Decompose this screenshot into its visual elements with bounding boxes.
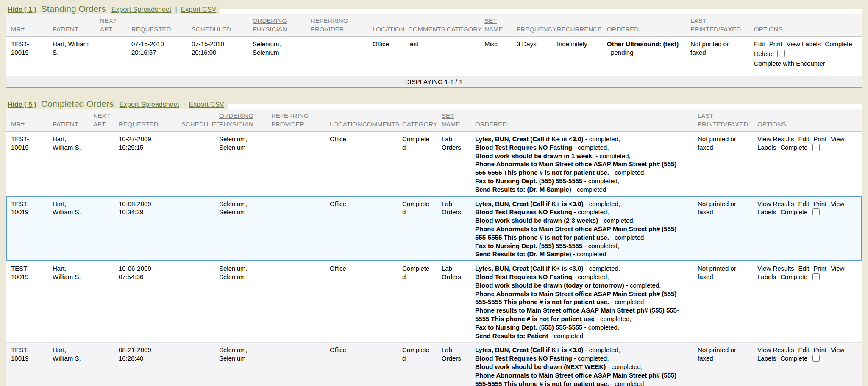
order-select-checkbox[interactable] [812, 144, 820, 151]
col-header-referring-provider: REFERRING PROVIDER [306, 14, 367, 37]
table-row-selected: TEST-10019 Hart, William S. 10-08-2009 1… [6, 196, 862, 261]
col-header-location[interactable]: LOCATION [367, 14, 403, 37]
view-results-link[interactable]: View Results [757, 346, 794, 353]
col-header-referring-provider: REFERRING PROVIDER [266, 109, 325, 132]
order-name: Blood work should be drawn (2-3 weeks) [475, 217, 598, 224]
cell-last-printed-faxed: Not printed or faxed [685, 37, 749, 76]
col-header-ordering-physician[interactable]: ORDERING PHYSICIAN [214, 109, 266, 132]
order-item: Fax to Nursing Dept. (555) 555-5555 - co… [475, 323, 688, 332]
cell-patient: Hart, William S. [47, 37, 95, 76]
order-status: - completed, [609, 298, 646, 305]
col-header-last-printed-faxed: LAST PRINTED/FAXED [685, 14, 749, 37]
cell-ordered: Other Ultrasound: (test) - pending [602, 37, 685, 76]
order-status: - completed, [572, 144, 609, 151]
standing-export-csv-link[interactable]: Export CSV [181, 6, 217, 13]
order-item: Phone Abnormals to Main Street office AS… [475, 371, 688, 386]
complete-link[interactable]: Complete [780, 208, 807, 215]
complete-link[interactable]: Complete [825, 40, 852, 48]
cell-location: Office [367, 37, 403, 76]
cell-mr: TEST-10019 [6, 343, 47, 386]
col-header-set-name[interactable]: SET NAME [437, 109, 470, 132]
col-header-location[interactable]: LOCATION [325, 109, 357, 132]
order-status: - completed [548, 332, 584, 339]
completed-export-spreadsheet-link[interactable]: Export Spreadsheet [119, 101, 179, 108]
edit-link[interactable]: Edit [754, 40, 765, 48]
standing-export-spreadsheet-link[interactable]: Export Spreadsheet [111, 6, 171, 13]
order-item: Lytes, BUN, Creat (Call if K+ is <3.0) -… [475, 200, 688, 208]
order-status: - completed [571, 250, 606, 257]
order-item: Lytes, BUN, Creat (Call if K+ is <3.0) -… [475, 264, 688, 273]
order-status: - completed, [572, 273, 609, 280]
order-name: Send Results to: Patient [475, 332, 548, 339]
view-labels-link[interactable]: View Labels [787, 40, 821, 48]
order-name: Lytes, BUN, Creat (Call if K+ is <3.0) [475, 265, 583, 272]
cell-patient: Hart, William S. [47, 196, 88, 261]
order-name: Phone results to Main Street office ASAP… [475, 307, 679, 322]
col-header-category[interactable]: CATEGORY [397, 109, 437, 132]
order-item: Blood work should be drawn (2-3 weeks) -… [475, 216, 688, 225]
completed-orders-section: Hide ( 5 ) Completed Orders Export Sprea… [6, 99, 862, 386]
complete-with-encounter-link[interactable]: Complete with Encounter [754, 60, 825, 67]
print-link[interactable]: Print [769, 40, 782, 48]
cell-set-name: Lab Orders [437, 343, 470, 386]
order-status: - completed, [583, 135, 620, 143]
cell-set-name: Lab Orders [437, 261, 470, 343]
view-results-link[interactable]: View Results [757, 200, 794, 207]
order-select-checkbox[interactable] [777, 50, 785, 57]
col-header-ordered[interactable]: ORDERED [602, 14, 685, 37]
col-header-recurrence[interactable]: RECURRENCE [552, 14, 602, 37]
col-header-requested[interactable]: REQUESTED [114, 109, 176, 132]
cell-last-printed-faxed: Not printed or faxed [693, 261, 752, 343]
completed-export-csv-link[interactable]: Export CSV [189, 101, 224, 108]
col-header-frequency[interactable]: FREQUENCY [512, 14, 552, 37]
standing-hide-link[interactable]: Hide ( 1 ) [8, 6, 36, 13]
col-header-set-name[interactable]: SET NAME [479, 14, 512, 37]
edit-link[interactable]: Edit [798, 200, 809, 207]
cell-ordering-physician: Selenium, Selenium [214, 196, 266, 261]
order-status: - completed, [582, 177, 619, 185]
print-link[interactable]: Print [813, 265, 826, 272]
col-header-next-apt: NEXT APT [88, 109, 114, 132]
completed-hide-link[interactable]: Hide ( 5 ) [8, 101, 36, 108]
col-header-ordered[interactable]: ORDERED [470, 109, 693, 132]
col-header-mr: MR# [6, 14, 47, 37]
order-select-checkbox[interactable] [812, 355, 820, 362]
table-row: TEST-10019 Hart, William S. 10-27-2009 1… [6, 132, 862, 197]
order-name: Lytes, BUN, Creat (Call if K+ is <3.0) [475, 200, 583, 207]
col-header-requested[interactable]: REQUESTED [126, 14, 186, 37]
order-item: Phone Abnormals to Main Street office AS… [475, 160, 688, 177]
edit-link[interactable]: Edit [798, 135, 809, 143]
cell-options: View ResultsEditPrintView LabelsComplete [752, 132, 862, 197]
cell-category [442, 37, 479, 76]
order-select-checkbox[interactable] [812, 273, 820, 280]
cell-patient: Hart, William S. [47, 343, 88, 386]
col-header-ordering-physician[interactable]: ORDERING PHYSICIAN [248, 14, 306, 37]
cell-options: EditPrintView LabelsComplete Delete Comp… [749, 37, 862, 76]
col-header-last-printed-faxed: LAST PRINTED/FAXED [693, 109, 752, 132]
edit-link[interactable]: Edit [798, 265, 809, 272]
col-header-scheduled[interactable]: SCHEDULED [176, 109, 214, 132]
col-header-scheduled[interactable]: SCHEDULED [186, 14, 248, 37]
cell-scheduled [176, 343, 214, 386]
order-select-checkbox[interactable] [812, 208, 820, 215]
delete-link[interactable]: Delete [754, 50, 772, 57]
view-results-link[interactable]: View Results [757, 265, 794, 272]
table-row: TEST-10019 Hart, William S. 10-06-2009 0… [6, 261, 862, 343]
order-status: - completed, [598, 217, 635, 224]
cell-options: View ResultsEditPrintView LabelsComplete [752, 196, 862, 261]
edit-link[interactable]: Edit [798, 346, 809, 353]
cell-set-name: Lab Orders [437, 196, 470, 261]
cell-comments [357, 343, 397, 386]
completed-orders-table: MR# PATIENT NEXT APT REQUESTED SCHEDULED… [6, 109, 862, 386]
print-link[interactable]: Print [813, 200, 826, 207]
print-link[interactable]: Print [813, 135, 826, 143]
view-results-link[interactable]: View Results [757, 135, 794, 143]
complete-link[interactable]: Complete [780, 355, 807, 362]
order-name: Phone Abnormals to Main Street office AS… [475, 372, 676, 386]
complete-link[interactable]: Complete [780, 273, 807, 280]
table-footer-row: DISPLAYING 1-1 / 1 [6, 76, 862, 88]
col-header-category[interactable]: CATEGORY [442, 14, 479, 37]
complete-link[interactable]: Complete [780, 144, 807, 151]
order-status: - completed, [609, 234, 646, 241]
print-link[interactable]: Print [813, 346, 826, 353]
